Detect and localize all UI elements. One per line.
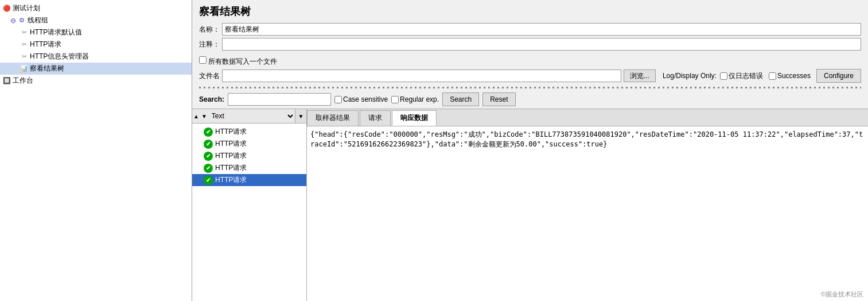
sidebar-item-label: 察看结果树 bbox=[30, 64, 64, 74]
node-label-5: HTTP请求 bbox=[215, 175, 247, 185]
view-mode-dropdown[interactable]: Text XML HTML JSON Regexp Tester CSS/JQu… bbox=[208, 109, 295, 123]
form-area: 名称： 注释： bbox=[192, 22, 868, 55]
write-all-label: 所有数据写入一个文件 bbox=[199, 57, 277, 65]
tree-node-5[interactable]: ✔ HTTP请求 bbox=[192, 174, 306, 186]
tree-node-2[interactable]: ✔ HTTP请求 bbox=[192, 138, 306, 150]
thread-group-icon: ⚙ bbox=[17, 16, 26, 25]
regex-label: Regular exp. bbox=[391, 95, 439, 103]
browse-button[interactable]: 浏览... bbox=[624, 70, 656, 82]
success-icon-3: ✔ bbox=[204, 152, 213, 161]
sidebar-item-label: HTTP信息头管理器 bbox=[30, 52, 89, 61]
tree-node-1[interactable]: ✔ HTTP请求 bbox=[192, 126, 306, 138]
sidebar-item-http-default[interactable]: ✂ HTTP请求默认值 bbox=[0, 26, 192, 38]
search-button[interactable]: Search bbox=[442, 92, 479, 106]
tab-request[interactable]: 请求 bbox=[360, 110, 391, 126]
write-all-row: 所有数据写入一个文件 bbox=[192, 55, 868, 68]
node-label-4: HTTP请求 bbox=[215, 163, 247, 173]
case-sensitive-label: Case sensitive bbox=[334, 95, 388, 103]
success-icon-2: ✔ bbox=[204, 140, 213, 149]
test-plan-icon: 🔴 bbox=[2, 4, 11, 13]
comment-input[interactable] bbox=[222, 38, 861, 51]
successes-label: Successes bbox=[777, 72, 811, 80]
listener-icon: 📊 bbox=[20, 64, 29, 74]
filename-row: 文件名 浏览... Log/Display Only: 仅日志错误 Succes… bbox=[192, 68, 868, 84]
scroll-up-icon[interactable]: ▲ bbox=[192, 113, 200, 119]
scroll-indicator-row bbox=[192, 86, 868, 90]
sidebar-item-label: HTTP请求 bbox=[30, 40, 61, 49]
tree-node-4[interactable]: ✔ HTTP请求 bbox=[192, 162, 306, 174]
successes-checkbox[interactable] bbox=[769, 72, 776, 80]
tree-panel-header: ▲ ▼ Text XML HTML JSON Regexp Tester CSS… bbox=[192, 109, 306, 124]
node-label-1: HTTP请求 bbox=[215, 127, 247, 137]
log-errors-checkbox[interactable] bbox=[720, 72, 727, 80]
sidebar-item-label: 测试计划 bbox=[13, 3, 40, 13]
expand-icon: ⊖ bbox=[10, 17, 16, 25]
sidebar-item-http-header[interactable]: ✂ HTTP信息头管理器 bbox=[0, 51, 192, 63]
tabs-bar: 取样器结果 请求 响应数据 bbox=[307, 109, 868, 126]
dropdown-arrow-button[interactable]: ▼ bbox=[295, 109, 306, 123]
sidebar-item-thread-group[interactable]: ⊖ ⚙ 线程组 bbox=[0, 14, 192, 26]
write-all-checkbox[interactable] bbox=[199, 56, 207, 64]
log-display-label: Log/Display Only: bbox=[663, 72, 717, 80]
scroll-down-icon[interactable]: ▼ bbox=[200, 113, 208, 119]
sidebar: 🔴 测试计划 ⊖ ⚙ 线程组 ✂ HTTP请求默认值 ✂ HTTP请求 ✂ HT… bbox=[0, 0, 192, 301]
node-label-2: HTTP请求 bbox=[215, 139, 247, 149]
search-label: Search: bbox=[199, 95, 224, 103]
sidebar-item-label: 线程组 bbox=[28, 16, 48, 25]
log-errors-label: 仅日志错误 bbox=[729, 71, 763, 81]
filename-input[interactable] bbox=[222, 70, 621, 82]
tree-panel-body: ✔ HTTP请求 ✔ HTTP请求 ✔ HTTP请求 ✔ HTTP请求 ✔ bbox=[192, 124, 306, 301]
name-input[interactable] bbox=[222, 23, 861, 36]
response-content: {"head":{"resCode":"000000","resMsg":"成功… bbox=[307, 126, 868, 301]
workbench-icon: 🔲 bbox=[2, 76, 11, 86]
node-label-3: HTTP请求 bbox=[215, 151, 247, 161]
tree-panel: ▲ ▼ Text XML HTML JSON Regexp Tester CSS… bbox=[192, 109, 307, 301]
sidebar-item-test-plan[interactable]: 🔴 测试计划 bbox=[0, 2, 192, 14]
comment-label: 注释： bbox=[199, 40, 222, 49]
divider-dots bbox=[199, 87, 861, 88]
sidebar-item-http-request[interactable]: ✂ HTTP请求 bbox=[0, 38, 192, 51]
sidebar-item-workbench[interactable]: 🔲 工作台 bbox=[0, 75, 192, 87]
filename-label: 文件名 bbox=[199, 71, 222, 81]
success-icon-5: ✔ bbox=[204, 176, 213, 185]
main-panel: 察看结果树 名称： 注释： 所有数据写入一个文件 文件名 浏览... Log/D… bbox=[192, 0, 868, 301]
http-icon: ✂ bbox=[20, 40, 29, 49]
regex-checkbox[interactable] bbox=[391, 96, 399, 103]
search-input[interactable] bbox=[228, 93, 331, 106]
watermark: ©掘金技术社区 bbox=[821, 290, 863, 299]
success-icon-1: ✔ bbox=[204, 128, 213, 137]
tree-node-3[interactable]: ✔ HTTP请求 bbox=[192, 150, 306, 162]
reset-button[interactable]: Reset bbox=[482, 92, 515, 106]
sidebar-item-label: HTTP请求默认值 bbox=[30, 28, 82, 37]
search-bar: Search: Case sensitive Regular exp. Sear… bbox=[192, 90, 868, 109]
sidebar-item-listener[interactable]: 📊 察看结果树 bbox=[0, 63, 192, 75]
header-icon: ✂ bbox=[20, 52, 29, 61]
configure-button[interactable]: Configure bbox=[816, 69, 861, 83]
sidebar-item-label: 工作台 bbox=[13, 76, 33, 86]
success-icon-4: ✔ bbox=[204, 164, 213, 173]
tab-sampler-result[interactable]: 取样器结果 bbox=[307, 110, 359, 126]
case-sensitive-checkbox[interactable] bbox=[334, 96, 342, 103]
http-default-icon: ✂ bbox=[20, 28, 29, 37]
tab-response[interactable]: 响应数据 bbox=[392, 110, 437, 126]
name-label: 名称： bbox=[199, 25, 222, 34]
right-panel: 取样器结果 请求 响应数据 {"head":{"resCode":"000000… bbox=[307, 109, 868, 301]
panel-title: 察看结果树 bbox=[192, 0, 868, 22]
content-area: ▲ ▼ Text XML HTML JSON Regexp Tester CSS… bbox=[192, 109, 868, 301]
